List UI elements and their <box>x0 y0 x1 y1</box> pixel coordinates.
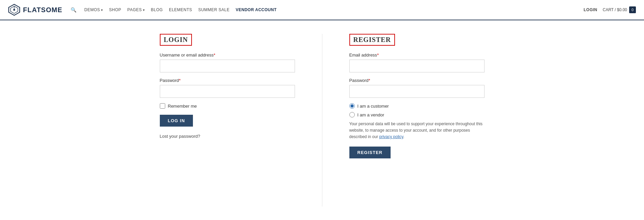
register-section: Register Email address* Password* I am a… <box>349 34 485 206</box>
logo-text: FLATSOME <box>23 6 63 14</box>
search-icon[interactable]: 🔍 <box>71 7 76 13</box>
login-button[interactable]: LOG IN <box>160 115 193 127</box>
privacy-notice: Your personal data will be used to suppo… <box>349 121 485 140</box>
customer-radio[interactable] <box>349 103 355 109</box>
privacy-policy-link[interactable]: privacy policy <box>379 134 403 139</box>
nav-summer-sale[interactable]: SUMMER SALE <box>198 7 230 12</box>
username-label: Username or email address* <box>160 52 295 58</box>
username-input[interactable] <box>160 60 295 72</box>
nav-elements[interactable]: ELEMENTS <box>169 7 192 12</box>
cart-label: CART / $0.00 <box>603 7 627 12</box>
header-login-link[interactable]: LOGIN <box>584 7 597 12</box>
nav-demos[interactable]: DEMOS <box>84 7 103 12</box>
header-left: FLATSOME 🔍 DEMOS SHOP PAGES BLOG ELEMENT… <box>8 4 277 16</box>
register-email-input[interactable] <box>349 60 485 72</box>
section-divider <box>322 34 322 206</box>
login-password-field-group: Password* <box>160 78 295 98</box>
remember-me-row: Remember me <box>160 103 295 109</box>
register-email-field-group: Email address* <box>349 52 485 72</box>
vendor-radio-row: I am a vendor <box>349 112 485 117</box>
nav-pages[interactable]: PAGES <box>127 7 145 12</box>
register-password-label: Password* <box>349 78 485 83</box>
site-header: FLATSOME 🔍 DEMOS SHOP PAGES BLOG ELEMENT… <box>0 0 644 20</box>
main-nav: DEMOS SHOP PAGES BLOG ELEMENTS SUMMER SA… <box>84 7 277 12</box>
cart-count: 0 <box>629 6 636 13</box>
logo[interactable]: FLATSOME <box>8 4 63 16</box>
nav-blog[interactable]: BLOG <box>151 7 163 12</box>
login-password-input[interactable] <box>160 85 295 98</box>
register-email-label: Email address* <box>349 52 485 58</box>
username-field-group: Username or email address* <box>160 52 295 72</box>
remember-me-checkbox[interactable] <box>160 103 165 109</box>
customer-label[interactable]: I am a customer <box>357 104 389 109</box>
customer-radio-row: I am a customer <box>349 103 485 109</box>
login-section: Login Username or email address* Passwor… <box>160 34 295 206</box>
vendor-label[interactable]: I am a vendor <box>357 112 385 117</box>
logo-icon <box>8 4 20 16</box>
register-title: Register <box>349 34 395 46</box>
lost-password-link[interactable]: Lost your password? <box>160 134 200 139</box>
svg-point-2 <box>13 9 15 10</box>
vendor-radio[interactable] <box>349 112 355 117</box>
register-password-input[interactable] <box>349 85 485 98</box>
remember-me-label[interactable]: Remember me <box>168 104 197 109</box>
nav-shop[interactable]: SHOP <box>109 7 121 12</box>
main-content: Login Username or email address* Passwor… <box>0 20 644 220</box>
login-title: Login <box>160 34 192 46</box>
nav-vendor-account[interactable]: VENDOR ACCOUNT <box>236 7 276 12</box>
login-password-label: Password* <box>160 78 295 83</box>
header-cart[interactable]: CART / $0.00 0 <box>603 6 636 13</box>
register-button[interactable]: REGISTER <box>349 147 391 158</box>
header-right: LOGIN CART / $0.00 0 <box>584 6 636 13</box>
register-password-field-group: Password* <box>349 78 485 98</box>
